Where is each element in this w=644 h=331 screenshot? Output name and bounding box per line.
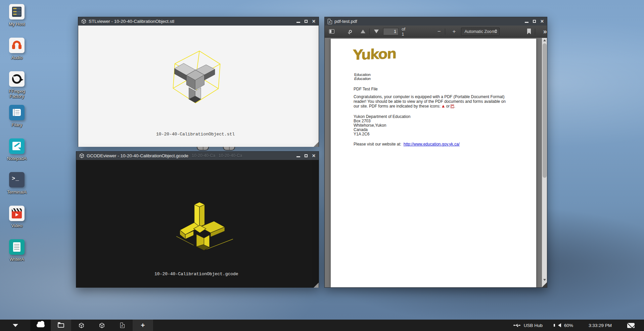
gcode-file-info: 10-20-40-CalibrationObject.gcode ../../D… xyxy=(154,261,312,288)
minimize-button[interactable] xyxy=(525,22,528,23)
gcode-3d-viewport[interactable]: 10-20-40-CalibrationObject.gcode ../../D… xyxy=(76,160,319,288)
page-number-input[interactable] xyxy=(383,28,399,35)
desktop-icon-filary[interactable]: Filary xyxy=(3,104,30,137)
taskbar-gcodeviewer-button[interactable] xyxy=(92,320,112,331)
scroll-down-arrow[interactable] xyxy=(542,278,547,282)
yukon-logo: Yukon xyxy=(353,45,396,64)
taskbar-add-button[interactable]: + xyxy=(133,320,153,331)
maximize-button[interactable] xyxy=(533,20,536,23)
taskbar-folder-button[interactable] xyxy=(51,320,71,331)
minimize-button[interactable] xyxy=(296,156,300,157)
vertical-scrollbar[interactable] xyxy=(542,38,547,287)
clock[interactable]: 3:33:29 PM xyxy=(589,323,612,328)
desktop-icon-label: Audio xyxy=(11,55,22,60)
book-icon xyxy=(9,105,25,120)
cube-icon xyxy=(79,153,84,158)
resize-grip[interactable] xyxy=(314,142,319,147)
cube-icon xyxy=(99,323,105,328)
folder-icon xyxy=(58,323,64,328)
pdf-file-icon xyxy=(328,19,332,24)
sidebar-toggle-button[interactable] xyxy=(327,29,336,34)
zoom-level-value: Automatic Zoom xyxy=(464,29,495,34)
pdf-page: Yukon Education Éducation PDF Test File … xyxy=(331,39,536,287)
stl-titlebar[interactable]: STLviewer - 10-20-40-CalibrationObject.s… xyxy=(78,17,319,26)
close-button[interactable]: ✕ xyxy=(312,20,316,23)
stl-3d-model xyxy=(162,44,239,108)
bookmark-icon[interactable] xyxy=(527,29,531,34)
resize-grip[interactable] xyxy=(314,283,319,288)
desktop-icon-my-host[interactable]: My Host xyxy=(3,3,30,36)
pdf-viewer-window: pdf-test.pdf ✕ of 1 − + Automatic Zoom »… xyxy=(324,17,547,288)
maximize-button[interactable] xyxy=(305,154,308,157)
desktop-icon-writera[interactable]: WriterA xyxy=(3,238,30,272)
close-button[interactable]: ✕ xyxy=(312,154,316,158)
volume-status[interactable]: 60% xyxy=(558,323,573,328)
minimize-button[interactable] xyxy=(296,22,300,23)
desktop-icon-column: My Host Audio FFmpeg Factory Filary Note… xyxy=(3,3,30,272)
website-link[interactable]: http://www.education.gov.yk.ca/ xyxy=(404,142,460,147)
gcode-titlebar[interactable]: GCODEviewer - 10-20-40-CalibrationObject… xyxy=(76,152,319,160)
scroll-up-arrow[interactable] xyxy=(542,38,547,43)
scrollbar-thumb[interactable] xyxy=(543,43,547,178)
occluded-desktop-label: 10-20-40-Ca xyxy=(192,153,215,158)
desktop-icon-label: TerminalA xyxy=(7,190,27,195)
pdf-titlebar[interactable]: pdf-test.pdf ✕ xyxy=(325,17,547,26)
envelope-icon xyxy=(627,323,635,328)
usb-status[interactable]: USB Hub xyxy=(513,323,543,328)
find-button[interactable] xyxy=(349,30,352,33)
gcode-file-name: 10-20-40-CalibrationObject.gcode xyxy=(154,272,312,277)
cloud-icon xyxy=(37,324,45,327)
usb-label: USB Hub xyxy=(524,323,543,328)
previous-page-button[interactable] xyxy=(361,30,365,33)
desktop-icon-audio[interactable]: Audio xyxy=(3,36,30,70)
window-title: GCODEviewer - 10-20-40-CalibrationObject… xyxy=(87,153,188,158)
page-count-label: of 1 xyxy=(402,27,408,37)
window-title: STLviewer - 10-20-40-CalibrationObject.s… xyxy=(89,19,174,24)
taskbar-status-area: USB Hub 60% 3:33:29 PM xyxy=(513,323,644,328)
doc-address: Yukon Department of Education Box 2703 W… xyxy=(354,115,410,136)
taskbar-chevron-down-icon[interactable] xyxy=(13,324,18,327)
toolbar-divider xyxy=(445,29,445,35)
document-icon xyxy=(9,239,25,255)
pdf-viewport[interactable]: Yukon Education Éducation PDF Test File … xyxy=(325,38,542,287)
desktop-icon-terminala[interactable]: >_ TerminalA xyxy=(3,171,30,204)
taskbar-pdf-button[interactable] xyxy=(112,320,133,331)
desktop-icon-label: My Host xyxy=(9,22,25,27)
terminal-prompt-icon: >_ xyxy=(9,172,25,188)
sidebar-icon xyxy=(329,29,334,34)
toolbar-divider xyxy=(369,29,370,35)
desktop-icon-notepada[interactable]: NotepadA xyxy=(3,137,30,171)
desktop-icon-label: NotepadA xyxy=(7,156,27,161)
zoom-in-button[interactable]: + xyxy=(453,28,456,35)
server-icon xyxy=(9,4,25,19)
zoom-level-select[interactable]: Automatic Zoom xyxy=(461,28,500,36)
stl-3d-viewport[interactable]: 10-20-40-CalibrationObject.stl ../../Des… xyxy=(78,26,319,147)
search-icon xyxy=(349,30,352,33)
desktop-icon-label: Filary xyxy=(11,122,22,127)
recycle-arrows-icon xyxy=(9,71,25,87)
cube-icon xyxy=(81,19,86,24)
mail-button[interactable] xyxy=(627,323,635,328)
desktop-icon-video[interactable]: Video xyxy=(3,204,30,238)
resize-grip[interactable] xyxy=(542,282,547,287)
desktop-icon-ffmpeg-factory[interactable]: FFmpeg Factory xyxy=(3,70,30,104)
close-button[interactable]: ✕ xyxy=(540,20,544,23)
stlviewer-window: STLviewer - 10-20-40-CalibrationObject.s… xyxy=(78,17,319,147)
headphones-icon xyxy=(9,38,25,53)
toolbar-divider xyxy=(535,29,535,35)
select-spinner-icon xyxy=(495,29,497,33)
maximize-button[interactable] xyxy=(305,20,308,23)
next-page-button[interactable] xyxy=(374,30,379,33)
stl-file-name: 10-20-40-CalibrationObject.stl xyxy=(156,132,308,137)
acrobat-icon xyxy=(442,105,445,108)
doc-website-line: Please visit our website at: http://www.… xyxy=(354,142,460,147)
pdf-toolbar: of 1 − + Automatic Zoom » xyxy=(325,26,547,38)
volume-label: 60% xyxy=(564,323,573,328)
gcodeviewer-window: GCODEviewer - 10-20-40-CalibrationObject… xyxy=(76,151,319,288)
taskbar-files-button[interactable] xyxy=(30,320,51,331)
desktop-icon-label: WriterA xyxy=(9,257,24,262)
doc-paragraph: Congratulations, your computer is equipp… xyxy=(354,94,521,109)
zoom-out-button[interactable]: − xyxy=(438,28,441,35)
more-tools-button[interactable]: » xyxy=(543,28,547,35)
taskbar-stlviewer-button[interactable] xyxy=(71,320,92,331)
